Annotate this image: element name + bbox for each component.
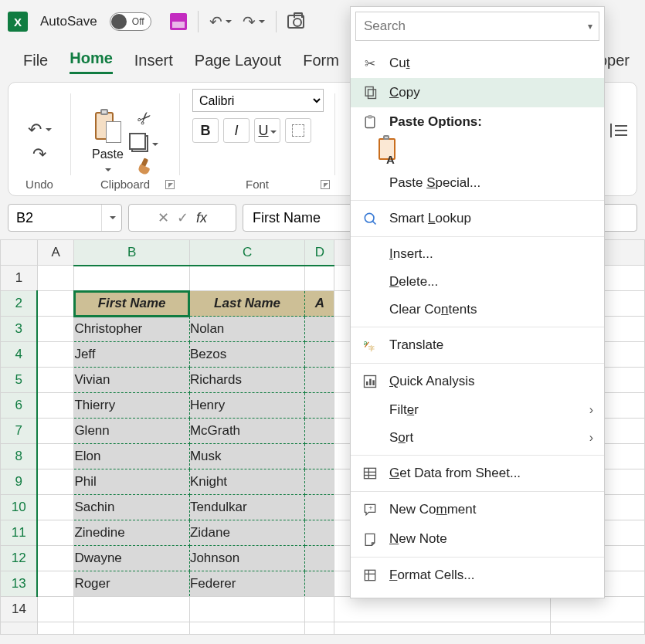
cell[interactable]: Bezos: [189, 342, 304, 368]
cell[interactable]: Phil: [74, 469, 190, 495]
dialog-launcher-icon[interactable]: [165, 180, 175, 189]
cell[interactable]: [37, 368, 73, 393]
row-header-5[interactable]: 5: [1, 368, 38, 393]
cell[interactable]: [305, 597, 334, 622]
cell[interactable]: Vivian: [74, 368, 190, 393]
ctx-insert[interactable]: Insert...: [351, 240, 604, 268]
cell[interactable]: [37, 342, 73, 368]
redo-button[interactable]: ↷: [32, 144, 46, 164]
row-header-9[interactable]: 9: [1, 469, 38, 495]
context-search[interactable]: ▾: [355, 12, 599, 41]
ctx-translate[interactable]: a字 Translate: [351, 330, 604, 360]
cell[interactable]: Glenn: [74, 419, 190, 444]
ctx-sort[interactable]: Sort ›: [351, 424, 604, 452]
cell[interactable]: [37, 571, 73, 597]
bold-button[interactable]: B: [192, 118, 219, 143]
dialog-launcher-icon[interactable]: [321, 180, 330, 189]
cell[interactable]: Roger: [74, 571, 190, 597]
cell[interactable]: Henry: [189, 393, 304, 419]
context-search-input[interactable]: [362, 18, 588, 35]
cell[interactable]: [189, 266, 304, 291]
cell[interactable]: [189, 597, 304, 622]
save-icon[interactable]: [170, 13, 187, 30]
screenshot-icon[interactable]: [287, 15, 304, 29]
indent-icon[interactable]: [610, 124, 627, 137]
cell[interactable]: Jeff: [74, 342, 190, 368]
ctx-copy[interactable]: Copy: [351, 78, 604, 107]
col-header-D[interactable]: D: [305, 240, 334, 266]
cell[interactable]: Nolan: [189, 317, 304, 342]
col-header-C[interactable]: C: [189, 240, 304, 266]
ctx-get-data[interactable]: Get Data from Sheet...: [351, 459, 604, 488]
ctx-new-comment[interactable]: + New Comment: [351, 495, 604, 524]
cell[interactable]: Tendulkar: [189, 495, 304, 520]
cell[interactable]: [37, 469, 73, 495]
underline-button[interactable]: U: [254, 118, 280, 143]
cell[interactable]: [305, 444, 334, 469]
cell[interactable]: [305, 317, 334, 342]
cell[interactable]: Musk: [189, 444, 304, 469]
row-header-15[interactable]: [1, 622, 38, 635]
row-header-7[interactable]: 7: [1, 419, 38, 444]
cell[interactable]: [305, 495, 334, 520]
cell[interactable]: [74, 622, 190, 635]
ctx-format-cells[interactable]: Format Cells...: [351, 561, 604, 590]
cell[interactable]: [37, 291, 73, 317]
cell[interactable]: [37, 622, 73, 635]
cancel-icon[interactable]: ✕: [158, 209, 169, 226]
row-header-4[interactable]: 4: [1, 342, 38, 368]
cell[interactable]: [305, 546, 334, 571]
cell[interactable]: [74, 266, 190, 291]
cell[interactable]: [37, 546, 73, 571]
cell[interactable]: [305, 622, 334, 635]
copy-button[interactable]: [131, 135, 158, 152]
chevron-down-icon[interactable]: ▾: [588, 21, 592, 32]
row-header-13[interactable]: 13: [1, 571, 38, 597]
tab-page-layout[interactable]: Page Layout: [195, 52, 281, 74]
cell[interactable]: [37, 419, 73, 444]
cell[interactable]: Thierry: [74, 393, 190, 419]
ctx-paste-special[interactable]: Paste Special...: [351, 169, 604, 197]
cell[interactable]: [37, 597, 73, 622]
cell[interactable]: [305, 342, 334, 368]
cell[interactable]: [305, 419, 334, 444]
undo-button[interactable]: ↶: [209, 12, 232, 31]
undo-button[interactable]: ↶: [28, 120, 52, 140]
cell[interactable]: [305, 266, 334, 291]
cell[interactable]: [305, 393, 334, 419]
cell[interactable]: [37, 520, 73, 546]
autosave-toggle[interactable]: Off: [110, 12, 151, 31]
ctx-smart-lookup[interactable]: Smart Lookup: [351, 204, 604, 233]
cell[interactable]: [37, 393, 73, 419]
row-header-6[interactable]: 6: [1, 393, 38, 419]
cell[interactable]: [334, 597, 550, 622]
cell[interactable]: Last Name: [189, 291, 304, 317]
cell[interactable]: Zidane: [189, 520, 304, 546]
cell[interactable]: Christopher: [74, 317, 190, 342]
row-header-1[interactable]: 1: [1, 266, 38, 291]
row-header-12[interactable]: 12: [1, 546, 38, 571]
row-header-10[interactable]: 10: [1, 495, 38, 520]
cell[interactable]: Dwayne: [74, 546, 190, 571]
italic-button[interactable]: I: [223, 118, 250, 143]
cut-icon[interactable]: ✂: [133, 107, 157, 130]
row-header-11[interactable]: 11: [1, 520, 38, 546]
fx-icon[interactable]: fx: [196, 210, 207, 226]
tab-formulas-partial[interactable]: Form: [303, 52, 339, 74]
cell[interactable]: [305, 469, 334, 495]
cell[interactable]: [305, 520, 334, 546]
tab-file[interactable]: File: [23, 52, 48, 74]
cell[interactable]: [305, 368, 334, 393]
row-header-3[interactable]: 3: [1, 317, 38, 342]
cell[interactable]: [37, 317, 73, 342]
cell[interactable]: Knight: [189, 469, 304, 495]
ctx-filter[interactable]: Filter ›: [351, 396, 604, 424]
col-header-A[interactable]: A: [37, 240, 73, 266]
cell[interactable]: Zinedine: [74, 520, 190, 546]
redo-button[interactable]: ↷: [243, 12, 265, 31]
tab-insert[interactable]: Insert: [134, 52, 173, 74]
select-all-corner[interactable]: [1, 240, 38, 266]
col-header-B[interactable]: B: [74, 240, 190, 266]
cell[interactable]: Federer: [189, 571, 304, 597]
cell[interactable]: [550, 622, 644, 635]
